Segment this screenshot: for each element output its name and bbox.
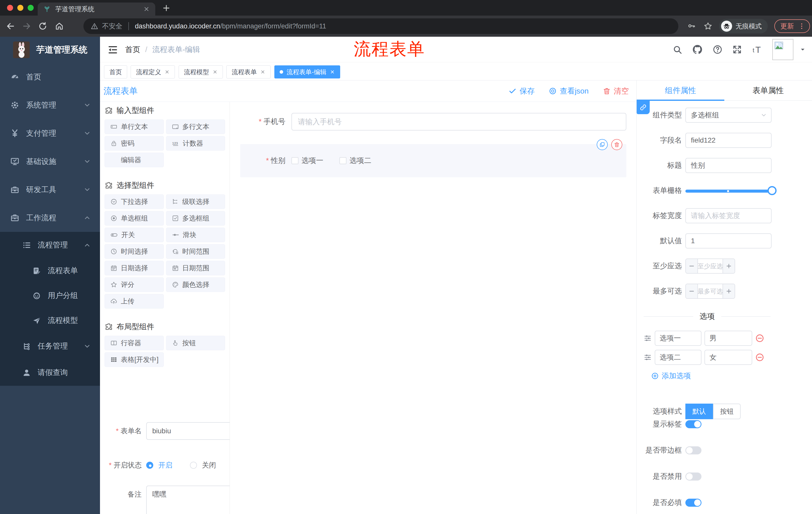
sidebar-item-leave-query[interactable]: 请假查询	[0, 359, 100, 386]
show-label-switch[interactable]	[685, 420, 701, 428]
form-grid-slider[interactable]	[685, 183, 772, 198]
sidebar-item-payment[interactable]: 支付管理	[0, 119, 100, 147]
app-logo-row[interactable]: 芋道管理系统	[0, 37, 100, 63]
url-text[interactable]: dashboard.yudao.iocoder.cn/bpm/manager/f…	[135, 22, 326, 30]
not-secure-warning-icon[interactable]	[91, 23, 98, 30]
slider-handle[interactable]	[767, 186, 777, 195]
option-label-input[interactable]	[655, 331, 701, 346]
component-switch[interactable]: 开关	[105, 227, 164, 242]
status-radio-on[interactable]: 开启	[146, 460, 172, 470]
style-default-button[interactable]: 默认	[685, 404, 713, 419]
component-counter[interactable]: 计数器	[166, 136, 225, 151]
style-button-button[interactable]: 按钮	[713, 404, 741, 419]
title-input[interactable]	[685, 158, 772, 173]
stepper-plus-button[interactable]	[723, 259, 735, 273]
component-cascader[interactable]: 级联选择	[166, 194, 225, 209]
component-radio-group[interactable]: 单选框组	[105, 211, 164, 225]
option-value-input[interactable]	[704, 331, 752, 346]
caret-down-icon[interactable]	[800, 46, 806, 53]
sidebar-collapse-icon[interactable]	[108, 45, 118, 55]
component-color-picker[interactable]: 颜色选择	[166, 277, 225, 292]
component-time-picker[interactable]: 时间选择	[105, 244, 164, 259]
clear-button[interactable]: 清空	[603, 86, 629, 96]
component-upload[interactable]: 上传	[105, 294, 164, 308]
sidebar-item-user-group[interactable]: 用户分组	[0, 283, 100, 308]
gender-option-2[interactable]: 选项二	[340, 156, 371, 166]
save-button[interactable]: 保存	[509, 86, 534, 96]
sidebar-item-devtools[interactable]: 研发工具	[0, 175, 100, 204]
breadcrumb-home[interactable]: 首页	[125, 45, 140, 55]
reload-icon[interactable]	[38, 22, 47, 31]
more-menu-icon[interactable]	[798, 22, 806, 30]
fullscreen-icon[interactable]	[732, 45, 742, 55]
default-value-input[interactable]	[685, 233, 772, 248]
stepper-value[interactable]: 至少应选	[698, 259, 723, 273]
add-option-button[interactable]: 添加选项	[651, 371, 812, 381]
stepper-value[interactable]: 最多可选	[698, 284, 723, 298]
required-switch[interactable]	[685, 499, 701, 507]
label-width-input[interactable]	[685, 208, 772, 223]
disabled-switch[interactable]	[685, 472, 701, 481]
tag-close-icon[interactable]	[165, 70, 170, 75]
key-icon[interactable]	[687, 22, 696, 30]
back-icon[interactable]	[6, 22, 15, 31]
form-name-input[interactable]	[146, 422, 230, 440]
status-radio-off[interactable]: 关闭	[190, 460, 216, 470]
stepper-minus-button[interactable]	[686, 284, 698, 298]
drag-handle-icon[interactable]	[644, 353, 652, 361]
option-label-input[interactable]	[655, 350, 701, 365]
component-editor[interactable]: 编辑器	[105, 153, 164, 167]
component-time-range[interactable]: 时间范围	[166, 244, 225, 259]
component-type-select[interactable]: 多选框组	[685, 108, 772, 123]
remove-option-button[interactable]	[755, 334, 764, 343]
tag-home[interactable]: 首页	[104, 65, 127, 78]
canvas-phone-field[interactable]: 手机号	[240, 113, 626, 131]
security-label[interactable]: 不安全	[102, 22, 122, 31]
border-switch[interactable]	[685, 447, 701, 454]
component-checkbox-group[interactable]: 多选框组	[166, 211, 225, 225]
sidebar-item-infra[interactable]: 基础设施	[0, 147, 100, 175]
component-password[interactable]: 密码	[105, 136, 164, 151]
bookmark-star-icon[interactable]	[703, 22, 713, 31]
phone-input[interactable]	[291, 113, 626, 131]
component-slider[interactable]: 滑块	[166, 227, 225, 242]
component-single-text[interactable]: 单行文本	[105, 119, 164, 134]
tag-process-form-edit[interactable]: 流程表单-编辑	[274, 65, 340, 78]
window-zoom-button[interactable]	[28, 5, 34, 11]
stepper-minus-button[interactable]	[686, 259, 698, 273]
tag-process-definition[interactable]: 流程定义	[130, 65, 175, 78]
sidebar-item-home[interactable]: 首页	[0, 63, 100, 91]
widget-copy-button[interactable]	[597, 139, 608, 150]
option-value-input[interactable]	[704, 350, 752, 365]
tag-close-icon[interactable]	[330, 70, 335, 75]
browser-update-button[interactable]: 更新	[774, 19, 810, 33]
form-remark-textarea[interactable]: 嘿嘿	[146, 486, 230, 514]
font-size-icon[interactable]	[752, 44, 763, 55]
url-bar[interactable]: 不安全 dashboard.yudao.iocoder.cn/bpm/manag…	[83, 18, 678, 34]
sidebar-item-system[interactable]: 系统管理	[0, 91, 100, 119]
component-button[interactable]: 按钮	[166, 336, 225, 350]
tag-close-icon[interactable]	[260, 70, 265, 75]
component-rate[interactable]: 评分	[105, 277, 164, 292]
search-icon[interactable]	[672, 45, 683, 55]
tag-process-model[interactable]: 流程模型	[179, 65, 223, 78]
component-table-dev[interactable]: 表格[开发中]	[105, 352, 164, 367]
field-name-input[interactable]	[685, 133, 772, 148]
canvas-selected-widget-gender[interactable]: 性别 选项一 选项二	[240, 144, 626, 177]
tag-process-form[interactable]: 流程表单	[226, 65, 270, 78]
sidebar-item-task-mgmt[interactable]: 任务管理	[0, 333, 100, 359]
github-icon[interactable]	[692, 44, 703, 55]
window-close-button[interactable]	[7, 5, 13, 11]
sidebar-item-process-model[interactable]: 流程模型	[0, 308, 100, 333]
tab-component-props[interactable]: 组件属性	[637, 80, 724, 101]
sidebar-item-process-form[interactable]: 流程表单	[0, 258, 100, 283]
new-tab-icon[interactable]	[162, 3, 171, 12]
gender-option-1[interactable]: 选项一	[291, 156, 323, 166]
field-link-toggle[interactable]	[637, 101, 650, 114]
remove-option-button[interactable]	[755, 353, 764, 362]
component-date-range[interactable]: 日期范围	[166, 261, 225, 275]
avatar[interactable]	[772, 39, 793, 60]
component-multi-text[interactable]: 多行文本	[166, 119, 225, 134]
tab-form-props[interactable]: 表单属性	[724, 80, 812, 101]
tag-close-icon[interactable]	[212, 70, 218, 75]
